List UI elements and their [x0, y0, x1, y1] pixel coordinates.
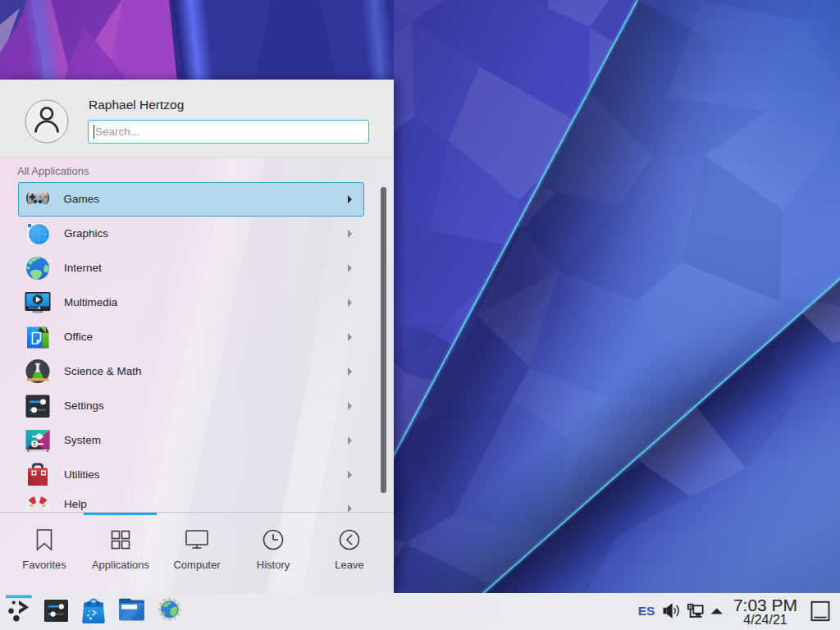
svg-text:ES: ES: [638, 604, 655, 618]
svg-text:7:03 PM: 7:03 PM: [733, 596, 797, 614]
svg-text:4/24/21: 4/24/21: [743, 613, 787, 627]
